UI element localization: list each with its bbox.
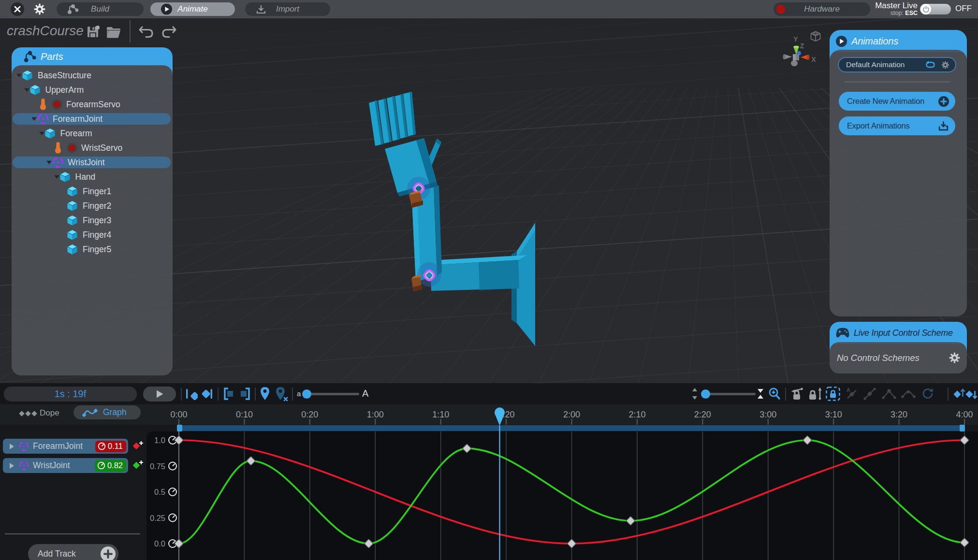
- tree-item-Hand[interactable]: Hand: [12, 170, 173, 184]
- cube-icon: [29, 84, 41, 96]
- tree-item-label: Finger2: [83, 201, 111, 211]
- save-button[interactable]: [85, 24, 101, 42]
- timeline-track-WristJoint[interactable]: WristJoint0.82: [3, 458, 128, 473]
- tangent-linear-button[interactable]: [863, 387, 876, 401]
- label-size-slider-knob[interactable]: [302, 389, 311, 399]
- lock-selection-button[interactable]: [825, 386, 841, 402]
- toolbar-separator: [218, 388, 219, 401]
- redo-button[interactable]: [161, 25, 177, 41]
- animations-panel-header[interactable]: Animations: [830, 30, 967, 52]
- tab-build[interactable]: Build: [57, 2, 144, 16]
- servo-icon: [54, 142, 62, 154]
- tab-import[interactable]: Import: [245, 2, 330, 16]
- parts-panel-header[interactable]: Parts: [12, 47, 173, 66]
- joint-icon: [19, 460, 29, 471]
- gizmo-axis-z: Z: [800, 42, 804, 50]
- tab-import-label: Import: [276, 4, 299, 14]
- hierarchy-icon: [24, 51, 36, 63]
- tree-item-Finger2[interactable]: Finger2: [12, 199, 173, 213]
- tree-item-WristServo[interactable]: WristServo: [12, 141, 173, 155]
- create-animation-button[interactable]: Create New Animation: [839, 92, 955, 111]
- add-marker-button[interactable]: [259, 386, 271, 402]
- tangent-broken-button[interactable]: [881, 387, 897, 401]
- app-window: Y Z X: [0, 0, 978, 560]
- redo-icon: [161, 25, 177, 39]
- tangent-broken-icon: [881, 387, 897, 401]
- range-start-button[interactable]: [222, 387, 236, 401]
- prev-keyframe-button[interactable]: [185, 388, 198, 400]
- graph-view-toggle[interactable]: Graph: [73, 405, 141, 419]
- vertical-zoom-arrows[interactable]: [692, 387, 698, 401]
- tree-item-Finger5[interactable]: Finger5: [12, 242, 173, 257]
- undo-icon: [138, 25, 155, 39]
- joint-icon: [37, 113, 49, 125]
- add-track-button[interactable]: Add Track: [28, 544, 118, 560]
- tree-item-Finger1[interactable]: Finger1: [12, 184, 173, 199]
- tab-animate[interactable]: Animate: [150, 2, 235, 16]
- add-keyframe-button-WristJoint[interactable]: [131, 459, 144, 471]
- zoom-in-button[interactable]: [768, 387, 781, 401]
- range-start-icon: [222, 387, 236, 401]
- tree-item-label: BaseStructure: [38, 71, 91, 81]
- tab-animate-label: Animate: [177, 4, 207, 14]
- animation-list-item[interactable]: Default Animation: [838, 57, 956, 72]
- folder-icon: [105, 24, 123, 40]
- add-keyframe-button-ForearmJoint[interactable]: [131, 440, 144, 452]
- range-start-handle[interactable]: [177, 425, 182, 431]
- settings-button[interactable]: [33, 2, 46, 16]
- vertical-zoom-slider-knob[interactable]: [701, 389, 710, 399]
- range-end-button[interactable]: [238, 387, 251, 401]
- tree-item-BaseStructure[interactable]: BaseStructure: [12, 68, 173, 83]
- dope-sheet-toggle[interactable]: Dope: [40, 408, 59, 418]
- tangent-reset-button[interactable]: [921, 387, 934, 401]
- range-end-handle[interactable]: [960, 425, 965, 431]
- tree-item-Finger4[interactable]: Finger4: [12, 228, 173, 242]
- play-button[interactable]: [143, 387, 176, 402]
- master-live-toggle[interactable]: [920, 4, 951, 14]
- control-scheme-gear-icon[interactable]: [948, 351, 961, 364]
- servo-led-icon: [51, 99, 63, 110]
- animations-play-icon: [836, 36, 847, 47]
- live-input-panel-header[interactable]: Live Input Control Scheme: [830, 322, 967, 344]
- toolbar-separator: [181, 388, 182, 401]
- tangent-auto-icon: A: [845, 387, 859, 401]
- location-pin-remove-icon: [274, 386, 289, 402]
- graph-editor-area[interactable]: [146, 431, 978, 560]
- timeline-track-ForearmJoint[interactable]: ForearmJoint0.11: [3, 439, 128, 454]
- animation-settings-gear-icon[interactable]: [941, 60, 950, 70]
- fit-vertical-icon[interactable]: [757, 387, 764, 401]
- time-display[interactable]: 1s : 19f: [4, 387, 137, 402]
- tangent-auto-button[interactable]: A: [845, 387, 859, 401]
- undo-button[interactable]: [138, 25, 155, 41]
- tree-item-ForearmServo[interactable]: ForearmServo: [12, 97, 173, 112]
- track-expander-icon[interactable]: [9, 462, 15, 469]
- tree-item-ForearmJoint[interactable]: ForearmJoint: [12, 112, 173, 126]
- loop-icon[interactable]: [925, 61, 935, 69]
- tree-item-WristJoint[interactable]: WristJoint: [12, 155, 173, 170]
- timeline-toolbar: 1s : 19f: [0, 383, 978, 404]
- vertical-zoom-slider-track[interactable]: [703, 393, 756, 395]
- live-input-panel-title: Live Input Control Scheme: [854, 328, 953, 338]
- lock-vertical-button[interactable]: [808, 386, 822, 402]
- tangent-smooth-button[interactable]: [901, 387, 916, 401]
- remove-marker-button[interactable]: [274, 386, 289, 402]
- timeline-ruler[interactable]: [0, 404, 978, 425]
- tree-item-Forearm[interactable]: Forearm: [12, 126, 173, 141]
- open-file-button[interactable]: [105, 24, 123, 42]
- track-expander-icon[interactable]: [9, 443, 15, 450]
- next-keyframe-button[interactable]: [201, 388, 213, 400]
- live-input-panel-body: No Control Schemes: [830, 342, 967, 373]
- lock-horizontal-button[interactable]: [789, 386, 805, 402]
- move-key-down-button[interactable]: [964, 387, 978, 401]
- move-key-up-button[interactable]: [952, 387, 965, 401]
- tree-item-UpperArm[interactable]: UpperArm: [12, 83, 173, 97]
- close-button[interactable]: [11, 2, 24, 16]
- power-icon: [920, 4, 931, 14]
- tree-item-Finger3[interactable]: Finger3: [12, 213, 173, 228]
- expander-triangle-icon[interactable]: [46, 160, 53, 166]
- toolbar-separator: [785, 388, 786, 401]
- label-size-slider-track[interactable]: [306, 393, 359, 395]
- timeline-range-bar[interactable]: [0, 425, 978, 431]
- export-animations-button[interactable]: Export Animations: [839, 116, 955, 135]
- expander-triangle-icon[interactable]: [31, 116, 38, 122]
